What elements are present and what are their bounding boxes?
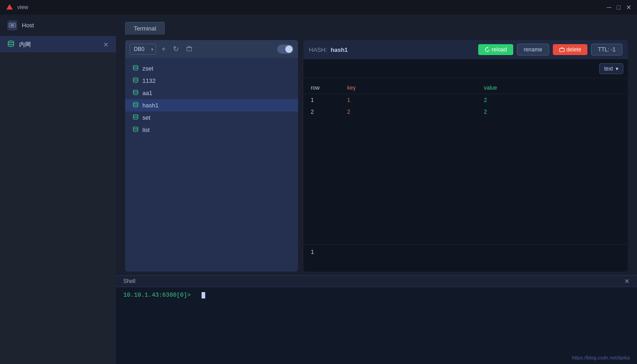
sidebar-item-label: 内网	[19, 40, 99, 49]
key-panel: DB0 DB1 DB2 DB3 + ↻	[125, 40, 298, 272]
key-item[interactable]: 1132	[125, 75, 298, 87]
toggle-knob	[285, 46, 293, 53]
shell-cursor	[202, 292, 205, 298]
line-number: 1	[311, 248, 621, 255]
watermark: https://blog.csdn.net/itpika	[572, 355, 630, 360]
key-name: 1132	[142, 77, 156, 84]
data-area: text ▾ row key value 1 1 2 2	[303, 60, 628, 244]
titlebar-title: view	[17, 4, 28, 10]
cell-key: 1	[347, 97, 484, 103]
key-item[interactable]: zset	[125, 62, 298, 75]
table-row[interactable]: 2 2 2	[303, 106, 628, 118]
key-name: set	[142, 114, 150, 121]
host-icon	[7, 20, 17, 30]
shell-close-button[interactable]: ✕	[624, 278, 630, 285]
refresh-keys-button[interactable]: ↻	[171, 45, 181, 54]
line-area: 1	[303, 244, 628, 272]
delete-button[interactable]: delete	[553, 44, 588, 55]
key-type-icon	[132, 101, 139, 109]
key-item[interactable]: hash1	[125, 99, 298, 111]
svg-rect-4	[187, 47, 192, 51]
titlebar: view ─ □ ✕	[0, 0, 637, 15]
table-header: row key value	[303, 82, 628, 94]
toggle-switch[interactable]	[277, 45, 293, 54]
db-select[interactable]: DB0 DB1 DB2 DB3	[130, 44, 156, 55]
key-item[interactable]: aa1	[125, 87, 298, 99]
db-icon	[7, 40, 15, 49]
delete-key-button[interactable]	[184, 45, 194, 54]
key-name: zset	[142, 65, 153, 72]
detail-toolbar: HASH: hash1 reload rename	[303, 40, 628, 60]
add-key-button[interactable]: +	[160, 45, 167, 54]
detail-panel: HASH: hash1 reload rename	[303, 40, 628, 272]
titlebar-controls: ─ □ ✕	[607, 4, 632, 10]
reload-label: reload	[492, 46, 507, 53]
cell-key: 2	[347, 109, 484, 115]
view-chevron-icon: ▾	[616, 66, 618, 72]
col-header-row: row	[311, 85, 347, 91]
svg-rect-2	[10, 24, 14, 26]
shell-prompt: 10.10.1.43:6380[0]>	[123, 292, 191, 298]
shell-header: Shell ✕	[116, 276, 637, 287]
terminal-tab-bar: Terminal	[116, 15, 637, 35]
svg-point-3	[8, 41, 14, 43]
panels-row: DB0 DB1 DB2 DB3 + ↻	[116, 35, 637, 275]
view-mode-label: text	[604, 66, 613, 72]
svg-point-8	[133, 90, 138, 92]
rename-button[interactable]: rename	[517, 44, 549, 56]
table-row[interactable]: 1 1 2	[303, 94, 628, 106]
shell-body[interactable]: 10.10.1.43:6380[0]>	[116, 287, 637, 364]
data-toolbar: text ▾	[303, 60, 628, 78]
svg-point-9	[133, 102, 138, 104]
close-button[interactable]: ✕	[626, 4, 632, 10]
cell-value: 2	[484, 109, 621, 115]
sidebar: Host 内网 ✕	[0, 15, 116, 364]
reload-button[interactable]: reload	[478, 44, 513, 55]
key-type-icon	[132, 89, 139, 97]
key-type-icon	[132, 77, 139, 85]
key-type-icon	[132, 114, 139, 121]
shell-panel: Shell ✕ 10.10.1.43:6380[0]>	[116, 275, 637, 364]
hash-type-label: HASH:	[309, 46, 327, 53]
app-logo-icon	[5, 3, 14, 11]
svg-point-11	[133, 127, 138, 129]
cell-row: 2	[311, 109, 347, 115]
db-select-wrap[interactable]: DB0 DB1 DB2 DB3	[130, 44, 156, 55]
svg-marker-0	[6, 4, 13, 10]
sidebar-item-intranet[interactable]: 内网 ✕	[0, 36, 116, 53]
cell-value: 2	[484, 97, 621, 103]
sidebar-host: Host	[0, 15, 116, 36]
key-panel-toolbar: DB0 DB1 DB2 DB3 + ↻	[125, 40, 298, 59]
col-header-value: value	[484, 85, 621, 91]
sidebar-host-label: Host	[22, 22, 34, 29]
content-area: Terminal DB0 DB1 DB2 DB3 + ↻	[116, 15, 637, 364]
key-type-icon	[132, 65, 139, 72]
sidebar-close-icon[interactable]: ✕	[103, 41, 109, 48]
terminal-tab-button[interactable]: Terminal	[125, 22, 165, 35]
key-type-icon	[132, 126, 139, 134]
key-item[interactable]: list	[125, 124, 298, 136]
delete-label: delete	[566, 46, 581, 53]
key-name: aa1	[142, 90, 152, 96]
key-list: zset 1132 aa1	[125, 59, 298, 272]
key-item[interactable]: set	[125, 111, 298, 124]
hash-key-name: hash1	[331, 46, 348, 53]
cell-row: 1	[311, 97, 347, 103]
maximize-button[interactable]: □	[617, 4, 621, 10]
titlebar-left: view	[5, 3, 28, 11]
minimize-button[interactable]: ─	[607, 4, 612, 10]
key-name: hash1	[142, 102, 158, 109]
svg-point-7	[133, 78, 138, 80]
data-table: row key value 1 1 2 2 2 2	[303, 78, 628, 244]
svg-rect-12	[560, 49, 564, 52]
main-layout: Host 内网 ✕ Terminal	[0, 15, 637, 364]
ttl-badge: TTL: -1	[591, 44, 622, 56]
view-mode-button[interactable]: text ▾	[599, 63, 623, 74]
key-name: list	[142, 126, 150, 133]
svg-point-10	[133, 115, 138, 116]
shell-title: Shell	[123, 278, 136, 284]
col-header-key: key	[347, 85, 484, 91]
svg-point-6	[133, 66, 138, 67]
